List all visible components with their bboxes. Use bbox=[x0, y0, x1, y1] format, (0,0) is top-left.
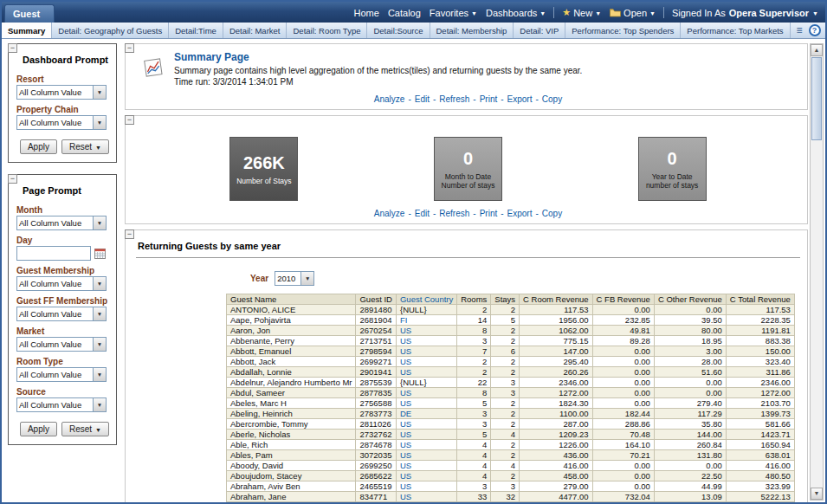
guest-country-cell[interactable]: US bbox=[396, 502, 456, 503]
calendar-icon[interactable] bbox=[94, 248, 106, 259]
action-new[interactable]: ★New▼ bbox=[562, 8, 601, 18]
c-fb-revenue-header[interactable]: C FB Revenue bbox=[592, 294, 654, 305]
guest-id-cell: 2465519 bbox=[356, 481, 397, 492]
c-room-revenue-header[interactable]: C Room Revenue bbox=[520, 294, 593, 305]
source-select[interactable]: All Column Value▼ bbox=[16, 397, 107, 412]
export-link[interactable]: Export bbox=[507, 94, 533, 104]
c-other-revenue-header[interactable]: C Other Revenue bbox=[654, 294, 726, 305]
apply-button[interactable]: Apply bbox=[20, 422, 57, 436]
analyze-link[interactable]: Analyze bbox=[374, 209, 405, 218]
stays-header[interactable]: Stays bbox=[491, 294, 520, 305]
scroll-up-arrow[interactable]: ▲ bbox=[811, 44, 823, 56]
page-tab-performance-top-spenders[interactable]: Performance: Top Spenders bbox=[565, 23, 681, 38]
property-chain-select[interactable]: All Column Value▼ bbox=[16, 115, 107, 130]
chevron-down-icon[interactable]: ▼ bbox=[93, 86, 106, 99]
refresh-link[interactable]: Refresh bbox=[439, 94, 469, 104]
collapse-icon[interactable]: − bbox=[125, 43, 134, 53]
page-tab-detail-market[interactable]: Detail: Market bbox=[223, 23, 288, 38]
guest-country-cell[interactable]: US bbox=[396, 481, 456, 492]
tile-label: Number of Stays bbox=[236, 177, 291, 185]
page-tab-detail-vip[interactable]: Detail: VIP bbox=[514, 23, 565, 38]
scroll-down-arrow[interactable]: ▼ bbox=[811, 488, 823, 500]
day-input[interactable] bbox=[16, 246, 91, 261]
edit-link[interactable]: Edit bbox=[415, 94, 430, 104]
room-type-select[interactable]: All Column Value▼ bbox=[16, 367, 107, 382]
export-link[interactable]: Export bbox=[507, 209, 533, 218]
guest-country-cell[interactable]: US bbox=[396, 326, 456, 336]
guest-country-cell[interactable]: FI bbox=[396, 315, 456, 326]
chevron-down-icon[interactable]: ▼ bbox=[93, 398, 106, 411]
chevron-down-icon[interactable]: ▼ bbox=[93, 307, 106, 320]
collapse-icon[interactable]: − bbox=[125, 115, 134, 125]
guest-id-header[interactable]: Guest ID bbox=[356, 294, 397, 305]
reset-button[interactable]: Reset▼ bbox=[61, 139, 109, 154]
action-open[interactable]: Open▼ bbox=[610, 8, 656, 18]
guest-country-cell[interactable]: US bbox=[396, 430, 456, 440]
link-separator: - bbox=[433, 94, 436, 104]
guest-id-cell: 3019255 bbox=[356, 502, 397, 503]
copy-link[interactable]: Copy bbox=[542, 94, 562, 104]
market-select[interactable]: All Column Value▼ bbox=[16, 337, 107, 352]
guest-country-header[interactable]: Guest Country bbox=[396, 294, 456, 305]
reset-button[interactable]: Reset▼ bbox=[61, 422, 109, 436]
print-link[interactable]: Print bbox=[480, 209, 498, 218]
guest-country-cell[interactable]: US bbox=[396, 440, 456, 450]
page-tab-performance-top-markets[interactable]: Performance: Top Markets bbox=[681, 23, 790, 38]
rooms-header[interactable]: Rooms bbox=[457, 294, 491, 305]
collapse-icon[interactable]: − bbox=[8, 174, 17, 184]
chevron-down-icon[interactable]: ▼ bbox=[300, 272, 313, 285]
month-select[interactable]: All Column Value▼ bbox=[16, 216, 107, 230]
dashboard-title-tab[interactable]: Guest bbox=[4, 4, 55, 23]
apply-button[interactable]: Apply bbox=[20, 139, 57, 154]
analyze-link[interactable]: Analyze bbox=[374, 94, 405, 104]
collapse-icon[interactable]: − bbox=[125, 229, 134, 239]
chevron-down-icon[interactable]: ▼ bbox=[93, 338, 106, 351]
guest-country-cell[interactable]: US bbox=[396, 492, 456, 502]
refresh-link[interactable]: Refresh bbox=[439, 209, 469, 218]
page-tab-detail-time[interactable]: Detail:Time bbox=[169, 23, 223, 38]
page-tab-detail-source[interactable]: Detail:Source bbox=[367, 23, 430, 38]
current-user[interactable]: Opera Supervisor bbox=[729, 8, 809, 18]
guest-country-cell[interactable]: US bbox=[396, 450, 456, 461]
table-row: Aboody, David2699250US44416.000.000.0041… bbox=[227, 461, 795, 471]
guest-country-cell[interactable]: US bbox=[396, 471, 456, 481]
global-link-favorites[interactable]: Favorites▼ bbox=[430, 8, 477, 18]
print-link[interactable]: Print bbox=[480, 94, 498, 104]
page-tab-detail-geography-of-guests[interactable]: Detail: Geography of Guests bbox=[52, 23, 169, 38]
resort-select[interactable]: All Column Value▼ bbox=[16, 85, 107, 100]
vertical-scrollbar[interactable]: ▲ ▼ bbox=[810, 43, 824, 501]
table-row: Aape, Pohjavirta2681904FI1451956.00232.8… bbox=[227, 315, 795, 326]
guest-membership-select[interactable]: All Column Value▼ bbox=[16, 276, 107, 291]
chevron-down-icon[interactable]: ▼ bbox=[93, 277, 106, 290]
chevron-down-icon[interactable]: ▼ bbox=[93, 368, 106, 381]
scroll-thumb[interactable] bbox=[811, 57, 822, 140]
guest-country-cell[interactable]: US bbox=[396, 336, 456, 346]
edit-link[interactable]: Edit bbox=[415, 209, 430, 218]
guest-country-cell[interactable]: US bbox=[396, 357, 456, 367]
c-fb-revenue-cell: 40.00 bbox=[592, 502, 654, 503]
guest-country-cell[interactable]: US bbox=[396, 346, 456, 357]
help-icon[interactable]: ? bbox=[809, 24, 821, 36]
year-select[interactable]: 2010 ▼ bbox=[275, 271, 314, 286]
guest-name-header[interactable]: Guest Name bbox=[227, 294, 356, 305]
c-total-revenue-header[interactable]: C Total Revenue bbox=[726, 294, 794, 305]
page-tab-detail-room-type[interactable]: Detail: Room Type bbox=[287, 23, 367, 38]
guest-country-cell[interactable]: US bbox=[396, 398, 456, 409]
page-tab-detail-membership[interactable]: Detail: Membership bbox=[430, 23, 514, 38]
guest-country-cell[interactable]: US bbox=[396, 367, 456, 378]
chevron-down-icon[interactable]: ▼ bbox=[93, 116, 106, 129]
global-link-catalog[interactable]: Catalog bbox=[388, 8, 421, 18]
guest-country-cell[interactable]: DE bbox=[396, 409, 456, 419]
guest-country-cell[interactable]: US bbox=[396, 419, 456, 430]
page-options-icon[interactable]: ≡ bbox=[797, 24, 803, 36]
guest-country-cell[interactable]: US bbox=[396, 388, 456, 398]
global-link-home[interactable]: Home bbox=[354, 8, 379, 18]
guest-country-cell[interactable]: US bbox=[396, 461, 456, 471]
copy-link[interactable]: Copy bbox=[542, 209, 562, 218]
guest-ff-membership-select[interactable]: All Column Value▼ bbox=[16, 307, 107, 321]
collapse-icon[interactable]: − bbox=[8, 43, 17, 53]
page-tab-summary[interactable]: Summary bbox=[2, 23, 52, 38]
c-total-revenue-cell: 1191.81 bbox=[726, 326, 794, 336]
global-link-dashboards[interactable]: Dashboards▼ bbox=[486, 8, 546, 18]
chevron-down-icon[interactable]: ▼ bbox=[93, 216, 106, 229]
